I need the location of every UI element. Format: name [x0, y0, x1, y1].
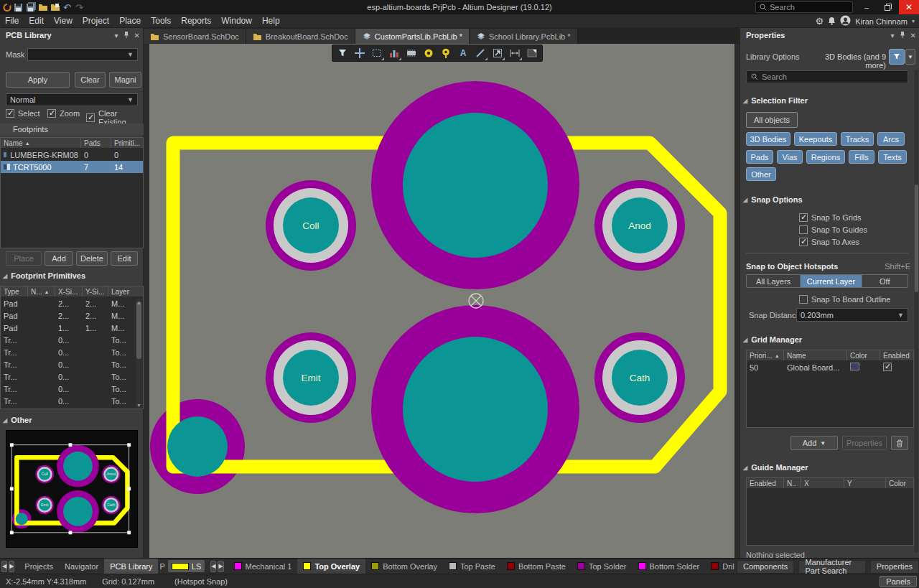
hotspots-current-layer-option[interactable]: Current Layer	[801, 275, 862, 287]
snap-to-guides-option[interactable]: Snap To Guides	[799, 225, 867, 234]
measure-icon[interactable]	[507, 46, 523, 61]
placement-icon[interactable]	[386, 46, 402, 61]
scroll-right-icon[interactable]: ▶	[9, 561, 14, 572]
scroll-up-icon[interactable]: ▲	[136, 300, 141, 305]
snap-to-board-outline-option[interactable]: Snap To Board Outline	[799, 295, 890, 304]
filter-tracks-button[interactable]: Tracks	[841, 132, 874, 146]
minimize-button[interactable]: –	[856, 0, 877, 14]
filter-vias-button[interactable]: Vias	[777, 150, 803, 164]
column-header[interactable]: Enabled	[880, 350, 913, 360]
zoom-checkbox[interactable]	[47, 109, 56, 118]
mask-dropdown[interactable]: ▼	[27, 48, 138, 61]
panel-tab-properties[interactable]: Properties	[870, 560, 919, 574]
layer-tab-top-solder[interactable]: Top Solder	[572, 559, 633, 574]
selection-filter-section[interactable]: ◢ Selection Filter	[743, 96, 808, 105]
grid-table-header[interactable]: Priori...▲ Name Color Enabled	[747, 350, 913, 361]
footprints-table-header[interactable]: Name▲ Pads Primiti...	[1, 138, 143, 149]
component-icon[interactable]	[403, 46, 419, 61]
hotspots-off-option[interactable]: Off	[862, 275, 908, 287]
filter-3d-bodies-button[interactable]: 3D Bodies	[746, 132, 790, 146]
scrollbar[interactable]	[915, 70, 918, 552]
layer-scroll-left-icon[interactable]: ◀	[210, 561, 216, 572]
snap-to-axes-checkbox[interactable]	[799, 238, 808, 246]
pad-cath[interactable]: Cath	[594, 332, 685, 423]
grid-color-swatch[interactable]	[850, 363, 859, 370]
column-header[interactable]: Layer	[108, 286, 134, 297]
chevron-down-icon[interactable]: ▾	[912, 18, 915, 24]
pad-coll[interactable]: Coll	[266, 180, 356, 271]
filter-dropdown-button[interactable]: ▼	[905, 49, 915, 65]
snap-options-section[interactable]: ◢ Snap Options	[743, 195, 803, 204]
apply-button[interactable]: Apply	[6, 72, 70, 88]
grid-properties-button[interactable]: Properties	[842, 436, 887, 450]
menu-item[interactable]: Tools	[146, 14, 176, 28]
column-header[interactable]: Enabled	[747, 478, 784, 488]
menu-item[interactable]: Place	[114, 14, 146, 28]
layer-tab-mechanical-1[interactable]: Mechanical 1	[228, 559, 298, 574]
close-panel-icon[interactable]: ✕	[910, 32, 916, 39]
grid-delete-button[interactable]	[891, 436, 908, 450]
menu-item[interactable]: File	[0, 14, 24, 28]
filter-other-button[interactable]: Other	[746, 167, 776, 181]
user-avatar[interactable]	[840, 15, 851, 27]
move-icon[interactable]	[352, 46, 368, 61]
layer-scroll-right-icon[interactable]: ▶	[218, 561, 223, 572]
column-header[interactable]: Type	[1, 286, 28, 297]
scrollbar-thumb[interactable]	[136, 302, 141, 359]
column-header[interactable]: Color	[886, 478, 913, 488]
select-area-icon[interactable]	[369, 46, 385, 61]
save-icon[interactable]	[12, 1, 24, 13]
panels-button[interactable]: Panels	[880, 576, 917, 587]
scroll-left-icon[interactable]: ◀	[1, 561, 7, 572]
menu-item[interactable]: Reports	[176, 14, 216, 28]
primitive-row[interactable]: Tr...0...To...	[1, 334, 143, 346]
guide-manager-section[interactable]: ◢ Guide Manager	[743, 463, 808, 472]
option-select[interactable]: Select	[6, 109, 40, 118]
footprint-primitives-section[interactable]: ◢ Footprint Primitives	[3, 271, 85, 280]
open-document-icon[interactable]	[49, 1, 61, 13]
restore-button[interactable]	[877, 0, 899, 14]
undo-icon[interactable]: ↶	[61, 1, 73, 13]
doc-tab[interactable]: BreakoutBoard.SchDoc	[246, 29, 355, 44]
save-all-icon[interactable]	[24, 1, 37, 13]
pad-icon[interactable]	[421, 46, 437, 61]
footprint-row-selected[interactable]: TCRT5000 7 14	[1, 161, 143, 173]
column-header[interactable]: Pads	[81, 138, 111, 148]
properties-search-input[interactable]: Search	[746, 70, 908, 83]
board-shape-icon[interactable]	[524, 46, 540, 61]
filter-pads-button[interactable]: Pads	[746, 150, 773, 164]
pin-icon[interactable]	[123, 31, 129, 39]
string-text-icon[interactable]: A	[455, 46, 471, 61]
filter-fills-button[interactable]: Fills	[849, 150, 874, 164]
select-checkbox[interactable]	[6, 109, 14, 118]
column-header[interactable]: Priori...	[750, 352, 773, 360]
filter-keepouts-button[interactable]: Keepouts	[794, 132, 837, 146]
snap-to-guides-checkbox[interactable]	[799, 225, 808, 234]
column-header[interactable]: X-Si...	[55, 286, 83, 297]
panel-menu-icon[interactable]: ▾	[115, 32, 118, 39]
primitive-row[interactable]: Pad2...2...M...	[1, 297, 143, 309]
layer-tab-drill-guide[interactable]: Drill Guide	[705, 559, 734, 574]
delete-footprint-button[interactable]: Delete	[76, 251, 108, 266]
pad-anod[interactable]: Anod	[594, 180, 685, 271]
menu-item[interactable]: Window	[216, 14, 257, 28]
filter-arcs-button[interactable]: Arcs	[877, 132, 905, 146]
pad-corner-inner[interactable]	[167, 416, 228, 477]
pcb-canvas[interactable]: Coll Anod Emit Cath	[149, 44, 734, 558]
primitive-row[interactable]: Tr...0...To...	[1, 346, 143, 358]
panel-tab-manufacturer-part-search[interactable]: Manufacturer Part Search	[798, 560, 865, 574]
doc-tab[interactable]: School Library.PcbLib *	[470, 29, 578, 44]
layer-tab-top-paste[interactable]: Top Paste	[443, 559, 501, 574]
guide-table-header[interactable]: Enabled N.. X Y Color	[747, 478, 913, 489]
menu-item[interactable]: Project	[78, 14, 114, 28]
primitive-row[interactable]: Tr...0...To...	[1, 395, 143, 407]
clear-button[interactable]: Clear	[75, 72, 106, 88]
snap-to-grids-option[interactable]: Snap To Grids	[799, 213, 862, 222]
column-header[interactable]: Name	[4, 139, 23, 147]
filter-regions-button[interactable]: Regions	[806, 150, 845, 164]
mode-dropdown[interactable]: Normal▼	[6, 93, 138, 106]
global-search-input[interactable]: Search	[755, 1, 853, 13]
snap-to-board-outline-checkbox[interactable]	[799, 295, 808, 304]
scroll-down-icon[interactable]: ▼	[136, 403, 141, 408]
snap-to-grids-checkbox[interactable]	[799, 213, 808, 222]
